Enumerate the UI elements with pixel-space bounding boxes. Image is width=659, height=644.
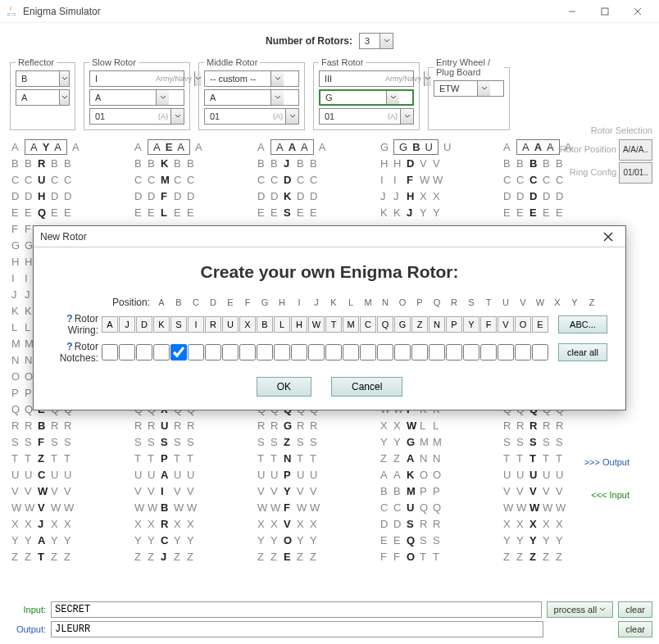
wiring-cell[interactable] [119, 316, 135, 333]
notch-checkbox[interactable] [360, 344, 376, 361]
fast-ring-select[interactable]: 01(A) [319, 108, 414, 125]
notch-checkbox[interactable] [291, 344, 307, 361]
notch-checkbox[interactable] [325, 344, 342, 361]
wiring-cell[interactable] [515, 316, 531, 333]
notch-checkbox[interactable] [119, 344, 135, 361]
notch-checkbox[interactable] [205, 344, 221, 361]
rotor-row: UUPUU [252, 466, 367, 483]
notch-checkbox[interactable] [308, 344, 325, 361]
wiring-inputs [102, 316, 548, 333]
fast-rotor-select[interactable]: IIIArmy/Navy [319, 70, 414, 87]
rotor-row: EEEEE [498, 204, 613, 220]
wiring-cell[interactable] [446, 316, 462, 333]
notch-checkbox[interactable] [411, 344, 428, 361]
entry-wheel-select[interactable]: ETW [434, 80, 504, 97]
notch-checkbox[interactable] [429, 344, 445, 361]
notch-checkbox[interactable] [377, 344, 393, 361]
slow-rotor-select[interactable]: IArmy/Navy [89, 70, 184, 87]
notch-checkbox[interactable] [446, 344, 462, 361]
wiring-cell[interactable] [411, 316, 428, 333]
rotor-row: UUAUU [130, 466, 244, 483]
notch-checkbox[interactable] [153, 344, 170, 361]
notch-checkbox[interactable] [532, 344, 548, 361]
wiring-cell[interactable] [239, 316, 256, 333]
reflector-pos-select[interactable]: A [16, 89, 70, 106]
wiring-cell[interactable] [153, 316, 170, 333]
help-icon[interactable]: ? [66, 313, 72, 324]
wiring-cell[interactable] [257, 316, 273, 333]
cancel-button[interactable]: Cancel [331, 377, 402, 397]
help-icon[interactable]: ? [66, 341, 72, 352]
rotor-row: XXWLL [375, 417, 490, 433]
notch-checkbox[interactable] [102, 344, 118, 361]
rotor-row: EELEE [130, 204, 244, 220]
combo-value: A [205, 93, 270, 102]
output-annotation: >>> Output [584, 457, 629, 467]
minimize-button[interactable] [556, 0, 589, 23]
notch-checkbox[interactable] [498, 344, 514, 361]
notch-checkbox[interactable] [257, 344, 273, 361]
window-titlebar: Enigma Simulator [0, 0, 659, 23]
reflector-type-select[interactable]: B [16, 70, 70, 87]
wiring-cell[interactable] [188, 316, 204, 333]
rotor-row: UUCUU [7, 466, 121, 483]
clear-all-button[interactable]: clear all [558, 343, 607, 361]
wiring-cell[interactable] [463, 316, 479, 333]
slow-pos-select[interactable]: A [89, 89, 184, 106]
ok-button[interactable]: OK [257, 377, 311, 397]
wiring-cell[interactable] [222, 316, 239, 333]
notch-checkbox[interactable] [463, 344, 479, 361]
wiring-cell[interactable] [394, 316, 411, 333]
notch-checkbox[interactable] [480, 344, 497, 361]
wiring-cell[interactable] [102, 316, 118, 333]
rotor-row: EESEE [252, 204, 367, 220]
wiring-cell[interactable] [274, 316, 290, 333]
abc-button[interactable]: ABC... [558, 315, 607, 333]
close-button[interactable] [621, 0, 654, 23]
notch-checkbox[interactable] [136, 344, 152, 361]
wiring-cell[interactable] [532, 316, 548, 333]
wiring-cell[interactable] [480, 316, 497, 333]
slow-ring-select[interactable]: 01(A) [89, 108, 184, 125]
notch-checkbox[interactable] [515, 344, 531, 361]
middle-ring-select[interactable]: 01(A) [204, 108, 299, 125]
wiring-cell[interactable] [136, 316, 152, 333]
wiring-cell[interactable] [308, 316, 325, 333]
clear-output-button[interactable]: clear [618, 621, 652, 637]
middle-pos-select[interactable]: A [204, 89, 299, 106]
wiring-cell[interactable] [377, 316, 393, 333]
rotor-row: DDFDD [130, 188, 244, 204]
wiring-cell[interactable] [170, 316, 187, 333]
wiring-cell[interactable] [360, 316, 376, 333]
rotor-row: RRURR [130, 417, 244, 433]
dialog-close-button[interactable] [598, 226, 619, 247]
notch-checkbox[interactable] [343, 344, 359, 361]
clear-input-button[interactable]: clear [618, 601, 652, 618]
wiring-cell[interactable] [429, 316, 445, 333]
wiring-cell[interactable] [291, 316, 307, 333]
middle-rotor-select[interactable]: -- custom -- [204, 70, 299, 87]
notch-checkbox[interactable] [188, 344, 204, 361]
maximize-button[interactable] [589, 0, 621, 23]
notch-checkbox[interactable] [170, 344, 187, 361]
wiring-cell[interactable] [205, 316, 221, 333]
rotor-count-label: Number of Rotors: [266, 35, 352, 47]
wiring-cell[interactable] [343, 316, 359, 333]
notch-checkbox[interactable] [222, 344, 239, 361]
notch-checkbox[interactable] [394, 344, 411, 361]
rotor-row: BBJBB [252, 155, 367, 171]
notch-checkbox[interactable] [239, 344, 256, 361]
rotor-row: TTNTT [252, 450, 367, 466]
notch-checkbox[interactable] [274, 344, 290, 361]
output-field[interactable] [51, 621, 543, 637]
input-field[interactable] [51, 601, 542, 618]
fast-pos-select[interactable]: G [319, 89, 414, 106]
rotor-row: ZZJZZ [130, 548, 244, 565]
position-header-cell: Y [566, 297, 583, 307]
rotor-row: CCUQQ [375, 499, 490, 515]
position-header-cell: K [325, 297, 342, 307]
wiring-cell[interactable] [498, 316, 514, 333]
rotor-count-select[interactable]: 3 [359, 33, 393, 49]
wiring-cell[interactable] [325, 316, 342, 333]
process-all-button[interactable]: process all [547, 601, 614, 618]
